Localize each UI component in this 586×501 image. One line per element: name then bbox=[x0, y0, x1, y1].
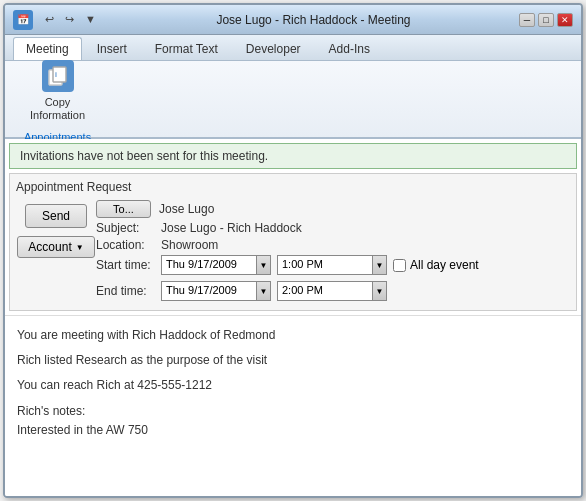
qat-undo[interactable]: ↩ bbox=[41, 11, 58, 28]
location-row: Location: Showroom bbox=[96, 238, 570, 252]
tab-add-ins[interactable]: Add-Ins bbox=[316, 37, 383, 60]
copy-information-button[interactable]: i CopyInformation bbox=[21, 55, 94, 127]
window-title: Jose Lugo - Rich Haddock - Meeting bbox=[108, 13, 519, 27]
subject-row: Subject: Jose Lugo - Rich Haddock bbox=[96, 221, 570, 235]
subject-label: Subject: bbox=[96, 221, 161, 235]
close-button[interactable]: ✕ bbox=[557, 13, 573, 27]
account-button[interactable]: Account ▼ bbox=[17, 236, 94, 258]
qat-dropdown[interactable]: ▼ bbox=[81, 11, 100, 28]
left-controls: Send Account ▼ bbox=[16, 200, 96, 304]
body-area: You are meeting with Rich Haddock of Red… bbox=[5, 315, 581, 456]
end-time-arrow[interactable]: ▼ bbox=[372, 282, 386, 300]
end-date-value: Thu 9/17/2009 bbox=[162, 282, 252, 300]
main-content: Invitations have not been sent for this … bbox=[5, 139, 581, 496]
allday-checkbox[interactable] bbox=[393, 259, 406, 272]
allday-container: All day event bbox=[393, 258, 479, 272]
start-label: Start time: bbox=[96, 258, 161, 272]
window-controls: ─ □ ✕ bbox=[519, 13, 573, 27]
svg-text:i: i bbox=[55, 71, 57, 78]
start-date-arrow[interactable]: ▼ bbox=[256, 256, 270, 274]
account-dropdown-arrow: ▼ bbox=[76, 243, 84, 252]
ribbon-group-copy: i CopyInformation Appointments bbox=[13, 66, 102, 132]
form-area: Appointment Request Send Account ▼ To...… bbox=[9, 173, 577, 311]
qat-redo[interactable]: ↪ bbox=[61, 11, 78, 28]
app-icon: 📅 bbox=[13, 10, 33, 30]
end-date-select[interactable]: Thu 9/17/2009 ▼ bbox=[161, 281, 271, 301]
form-fields: To... Jose Lugo Subject: Jose Lugo - Ric… bbox=[96, 200, 570, 304]
minimize-button[interactable]: ─ bbox=[519, 13, 535, 27]
send-button[interactable]: Send bbox=[25, 204, 87, 228]
body-line-2: Rich listed Research as the purpose of t… bbox=[17, 351, 569, 370]
tab-developer[interactable]: Developer bbox=[233, 37, 314, 60]
start-time-row: Start time: Thu 9/17/2009 ▼ 1:00 PM ▼ Al… bbox=[96, 255, 570, 275]
form-body: Send Account ▼ To... Jose Lugo Subj bbox=[16, 200, 570, 304]
end-time-row: End time: Thu 9/17/2009 ▼ 2:00 PM ▼ bbox=[96, 281, 570, 301]
location-value: Showroom bbox=[161, 238, 570, 252]
info-banner-text: Invitations have not been sent for this … bbox=[20, 149, 268, 163]
end-label: End time: bbox=[96, 284, 161, 298]
form-title: Appointment Request bbox=[16, 180, 570, 194]
end-time-value: 2:00 PM bbox=[278, 282, 368, 300]
copy-icon: i bbox=[42, 60, 74, 92]
tab-format-text[interactable]: Format Text bbox=[142, 37, 231, 60]
to-value: Jose Lugo bbox=[159, 202, 570, 216]
start-time-select[interactable]: 1:00 PM ▼ bbox=[277, 255, 387, 275]
application-window: 📅 ↩ ↪ ▼ Jose Lugo - Rich Haddock - Meeti… bbox=[3, 3, 583, 498]
start-date-select[interactable]: Thu 9/17/2009 ▼ bbox=[161, 255, 271, 275]
end-time-select[interactable]: 2:00 PM ▼ bbox=[277, 281, 387, 301]
body-line-5-text: Interested in the AW 750 bbox=[17, 423, 148, 437]
body-line-4: Rich's notes: Interested in the AW 750 bbox=[17, 402, 569, 440]
start-date-value: Thu 9/17/2009 bbox=[162, 256, 252, 274]
body-line-4-text: Rich's notes: bbox=[17, 404, 85, 418]
to-button[interactable]: To... bbox=[96, 200, 151, 218]
subject-value: Jose Lugo - Rich Haddock bbox=[161, 221, 570, 235]
location-label: Location: bbox=[96, 238, 161, 252]
body-line-1: You are meeting with Rich Haddock of Red… bbox=[17, 326, 569, 345]
body-line-3: You can reach Rich at 425-555-1212 bbox=[17, 376, 569, 395]
info-banner: Invitations have not been sent for this … bbox=[9, 143, 577, 169]
allday-label: All day event bbox=[410, 258, 479, 272]
start-time-value: 1:00 PM bbox=[278, 256, 368, 274]
start-time-arrow[interactable]: ▼ bbox=[372, 256, 386, 274]
ribbon-content: i CopyInformation Appointments bbox=[5, 61, 581, 139]
account-label: Account bbox=[28, 240, 71, 254]
copy-information-label: CopyInformation bbox=[30, 96, 85, 122]
maximize-button[interactable]: □ bbox=[538, 13, 554, 27]
end-date-arrow[interactable]: ▼ bbox=[256, 282, 270, 300]
title-bar: 📅 ↩ ↪ ▼ Jose Lugo - Rich Haddock - Meeti… bbox=[5, 5, 581, 35]
to-row: To... Jose Lugo bbox=[96, 200, 570, 218]
